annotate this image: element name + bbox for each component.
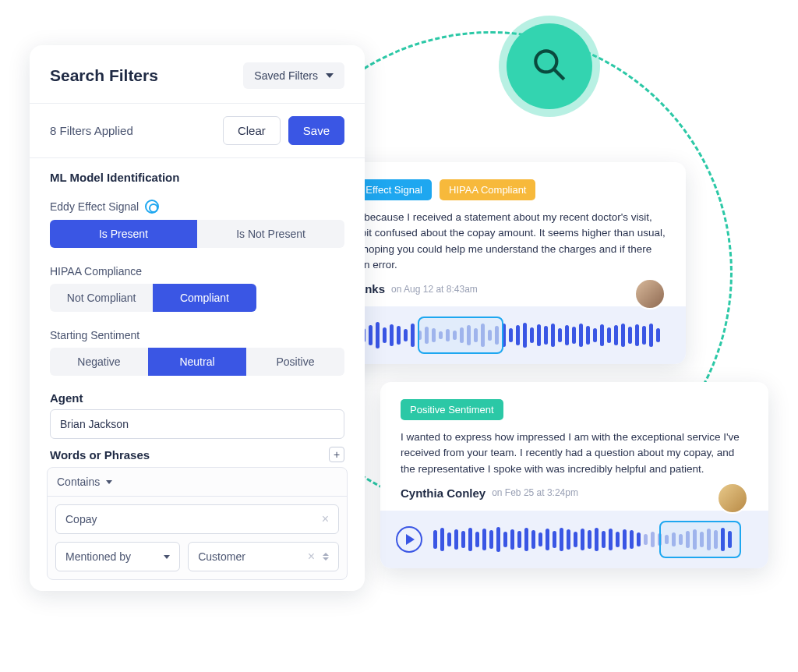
waveform-bar [440,528,444,551]
waveform-selection[interactable] [418,317,503,354]
waveform[interactable] [348,319,670,352]
agent-label: Agent [50,391,83,405]
waveform-bar [567,529,570,550]
waveform-bar [397,326,401,345]
sentiment-positive-option[interactable]: Positive [246,348,344,376]
waveform-bar [482,529,486,550]
eddy-effect-label: Eddy Effect Signal [50,200,139,213]
waveform-bar [588,530,591,549]
ml-model-section-title: ML Model Identification [30,158,365,190]
saved-filters-label: Saved Filters [254,69,318,82]
waveform-bar [644,534,648,545]
waveform-bar [489,530,493,549]
clear-icon[interactable]: × [322,512,329,526]
page-title: Search Filters [50,66,158,85]
caller-name: Cynthia Conley [401,486,486,500]
waveform-bar [468,528,472,551]
waveform-bar [524,528,528,551]
waveform-bar [538,532,542,546]
waveform-bar [390,324,394,346]
mentioned-by-label: Mentioned by [65,550,131,563]
waveform-bar [623,529,627,550]
waveform-bar [454,529,458,550]
clear-icon[interactable]: × [308,550,315,564]
phrase-term-value: Copay [65,513,97,525]
waveform-bar [621,324,625,347]
waveform-bar [616,532,620,547]
svg-line-1 [554,69,564,80]
waveform-bar [553,531,556,548]
clear-button[interactable]: Clear [223,116,281,145]
sentiment-negative-option[interactable]: Negative [50,348,148,376]
eddy-effect-segment: Is Present Is Not Present [50,220,344,248]
waveform-bar [579,324,583,347]
search-filters-panel: Search Filters Saved Filters 8 Filters A… [30,45,365,591]
audio-player [380,511,768,568]
search-icon [530,45,569,87]
eddy-not-present-option[interactable]: Is Not Present [197,220,344,248]
waveform-bar [642,326,646,345]
waveform-bar [531,530,535,549]
sentiment-label: Starting Sentiment [50,329,344,341]
sentiment-neutral-option[interactable]: Neutral [148,348,246,376]
phrases-label: Words or Phrases [50,448,150,462]
waveform-bar [574,532,577,547]
hipaa-compliant-tag: HIPAA Compliant [440,179,535,200]
waveform-bar [376,322,380,348]
waveform-bar [510,529,514,550]
waveform-bar [523,323,527,348]
call-card: Positive Sentiment I wanted to express h… [380,382,768,568]
save-button[interactable]: Save [288,116,344,145]
waveform-bar [614,325,618,345]
play-icon [406,534,415,545]
waveform-bar [649,324,653,347]
play-button[interactable] [396,526,422,553]
phrase-term-input[interactable]: Copay × [55,504,339,534]
hipaa-not-compliant-option[interactable]: Not Compliant [50,284,153,312]
add-phrase-button[interactable]: + [329,447,344,462]
waveform-bar [496,527,500,552]
mentioned-by-value-select[interactable]: Customer × [188,542,339,571]
waveform-selection[interactable] [659,521,741,558]
waveform-bar [656,328,660,342]
waveform-bar [651,532,655,547]
waveform-bar [637,532,641,546]
waveform-bar [509,328,513,342]
waveform[interactable] [433,523,753,556]
sort-icon [323,553,329,561]
waveform-bar [607,327,611,343]
waveform-bar [516,325,520,345]
eddy-is-present-option[interactable]: Is Present [50,220,197,248]
saved-filters-dropdown[interactable]: Saved Filters [243,62,344,89]
waveform-bar [600,324,604,346]
waveform-bar [503,532,507,547]
waveform-bar [560,528,563,551]
transcript-text: I'm calling because I received a stateme… [315,210,666,273]
waveform-bar [544,326,548,345]
waveform-bar [593,328,597,342]
phrase-group: Contains Copay × Mentioned by Customer × [47,467,348,580]
hipaa-segment: Not Compliant Compliant [50,284,256,312]
call-timestamp: on Feb 25 at 3:24pm [492,487,578,498]
floating-search-badge [507,23,592,109]
waveform-bar [447,532,451,546]
waveform-bar [369,325,373,345]
hipaa-compliant-option[interactable]: Compliant [153,284,256,312]
agent-input[interactable] [50,409,344,439]
call-timestamp: on Aug 12 at 8:43am [391,284,478,295]
waveform-bar [565,325,569,345]
signal-icon [145,200,159,214]
waveform-bar [475,532,479,547]
waveform-bar [558,328,562,342]
mentioned-by-dropdown[interactable]: Mentioned by [55,542,180,571]
phrase-condition-dropdown[interactable]: Contains [48,468,347,497]
waveform-bar [530,327,534,343]
sentiment-segment: Negative Neutral Positive [50,348,344,376]
waveform-bar [581,529,584,550]
waveform-bar [546,529,549,550]
waveform-bar [635,324,639,346]
transcript-text: I wanted to express how impressed I am w… [401,430,748,477]
filters-applied-count: 8 Filters Applied [50,124,133,137]
waveform-bar [609,529,613,550]
mentioned-by-value: Customer [198,550,245,563]
